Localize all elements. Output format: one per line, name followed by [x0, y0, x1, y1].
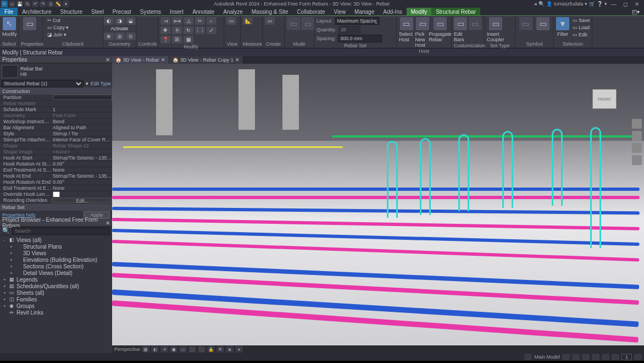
- measure-icon2[interactable]: 📐: [243, 17, 253, 25]
- qat-dropdown-icon[interactable]: ▾: [63, 1, 69, 7]
- expand-icon[interactable]: +: [3, 284, 8, 289]
- tree-item[interactable]: +Sections (Cross Section): [0, 263, 112, 270]
- filter-button[interactable]: ▼Filter: [556, 17, 569, 37]
- prop-row[interactable]: Partition: [0, 95, 112, 101]
- menu-tab-annotate[interactable]: Annotate: [188, 8, 219, 15]
- trim-icon[interactable]: ⌐: [207, 17, 216, 25]
- vc-more-icon[interactable]: ▾: [235, 346, 243, 353]
- menu-tab-structural-rebar[interactable]: Structural Rebar: [431, 8, 480, 15]
- filter-status-icon[interactable]: [634, 354, 642, 360]
- nav-orbit-icon[interactable]: [632, 155, 642, 165]
- selection-count[interactable]: 1: [621, 354, 632, 360]
- join-geo-icon[interactable]: ◒: [126, 17, 136, 25]
- array-icon[interactable]: ⋮⋮: [195, 26, 205, 34]
- visual-style-icon[interactable]: ◐: [151, 346, 159, 353]
- crop-icon[interactable]: ⬚: [188, 346, 196, 353]
- expand-icon[interactable]: +: [10, 264, 14, 269]
- select-pinned-icon[interactable]: [592, 354, 599, 360]
- maximize-button[interactable]: ◻: [620, 1, 630, 7]
- menu-tab-analyze[interactable]: Analyze: [219, 8, 247, 15]
- layout-input[interactable]: [335, 17, 379, 25]
- delete-icon[interactable]: ☒: [172, 36, 182, 43]
- drag-icon[interactable]: [612, 354, 619, 360]
- worksets-icon[interactable]: [524, 354, 532, 360]
- revit-icon[interactable]: R: [1, 1, 8, 7]
- copy-button[interactable]: ▭ Copy ▾: [45, 24, 71, 31]
- cope-icon[interactable]: ◐: [104, 17, 114, 25]
- menu-tab-systems[interactable]: Systems: [136, 8, 165, 15]
- menu-tab-add-ins[interactable]: Add-Ins: [379, 8, 406, 15]
- expand-icon[interactable]: -: [3, 238, 8, 243]
- reveal-icon[interactable]: ◈: [226, 346, 234, 353]
- open-icon[interactable]: ▭: [9, 1, 15, 7]
- detail-level-icon[interactable]: ▦: [142, 346, 149, 353]
- split-icon[interactable]: ✂: [195, 17, 205, 25]
- group-icon[interactable]: ▦: [184, 36, 193, 43]
- prop-row[interactable]: StyleStirrup / Tie: [0, 131, 112, 137]
- spacing-input[interactable]: [338, 35, 382, 42]
- move-icon[interactable]: ✥: [160, 26, 170, 34]
- save-sel[interactable]: ▭ Save: [570, 17, 592, 24]
- align-icon[interactable]: ⫤: [160, 17, 170, 25]
- prop-row[interactable]: GeometryFree Form: [0, 113, 112, 119]
- browser-close-icon[interactable]: ✕: [106, 220, 110, 226]
- viewport-3d[interactable]: FRONT: [112, 64, 644, 345]
- user-icon[interactable]: 👤: [546, 1, 552, 7]
- view-tab[interactable]: 🏠3D View - Rebar✕: [112, 56, 169, 64]
- expand-icon[interactable]: +: [3, 304, 8, 309]
- properties-button[interactable]: ▭: [21, 17, 38, 30]
- nav-pan-icon[interactable]: [632, 131, 642, 141]
- ribbon-help-icon[interactable]: ◰▾: [632, 9, 644, 15]
- prop-row[interactable]: Bar AlignmentAligned to Path: [0, 125, 112, 131]
- sync-icon[interactable]: ↻: [24, 1, 31, 7]
- tree-item[interactable]: +Structural Plans: [0, 243, 112, 250]
- print-icon[interactable]: ⎙: [47, 1, 54, 7]
- main-model-label[interactable]: Main Model: [534, 354, 560, 360]
- prop-row[interactable]: Schedule Mark1: [0, 107, 112, 113]
- geo2-icon[interactable]: ◎: [115, 32, 125, 40]
- category-construction[interactable]: Construction: [0, 87, 112, 95]
- redo-icon[interactable]: ↷: [40, 1, 46, 7]
- scale-icon[interactable]: ⤢: [207, 26, 216, 34]
- shadows-icon[interactable]: ◼: [170, 346, 177, 353]
- view-cube[interactable]: FRONT: [592, 89, 617, 109]
- activate-button[interactable]: Activate: [110, 26, 128, 31]
- expand-icon[interactable]: +: [3, 277, 8, 282]
- type-selector[interactable]: Rebar BarH8: [0, 63, 112, 80]
- prop-row[interactable]: Hook Rotation At Start0.00°: [0, 161, 112, 167]
- close-button[interactable]: ✕: [632, 1, 642, 7]
- prop-row[interactable]: Hook At StartStirrup/Tie Seismic - 135 d…: [0, 155, 112, 161]
- search-icon[interactable]: ◂ 🔍: [534, 1, 545, 7]
- select-host[interactable]: ▭Select Host: [399, 17, 414, 42]
- undo-icon[interactable]: ↶: [32, 1, 38, 7]
- instance-filter[interactable]: Structural Rebar (1): [1, 80, 84, 87]
- geo3-icon[interactable]: ⊙: [126, 32, 136, 40]
- prop-row[interactable]: ShapeRebar Shape 12: [0, 143, 112, 149]
- modify-tool[interactable]: ↖Modify: [2, 17, 17, 37]
- view-tab[interactable]: 🏠3D View - Rebar Copy 1✕: [169, 56, 243, 64]
- browser-search-input[interactable]: [12, 227, 110, 234]
- cart-icon[interactable]: 🛒: [589, 1, 595, 7]
- create-icon[interactable]: ▭: [265, 17, 275, 25]
- cut-geo-icon[interactable]: ◑: [115, 17, 125, 25]
- tree-item[interactable]: +▭Sheets (all): [0, 289, 112, 296]
- properties-close-icon[interactable]: ✕: [106, 57, 110, 63]
- view-scale[interactable]: Perspective: [114, 346, 140, 352]
- prop-row[interactable]: Hook At EndStirrup/Tie Seismic - 135 d..…: [0, 173, 112, 179]
- prop-row[interactable]: Shape Image<None>: [0, 149, 112, 155]
- expand-icon[interactable]: +: [10, 251, 14, 256]
- menu-tab-structure[interactable]: Structure: [55, 8, 87, 15]
- menu-tab-precast[interactable]: Precast: [108, 8, 136, 15]
- crop-region-icon[interactable]: ⬛: [198, 346, 206, 353]
- tree-item[interactable]: +◫Families: [0, 296, 112, 302]
- menu-tab-steel[interactable]: Steel: [87, 8, 108, 15]
- file-menu[interactable]: File: [0, 8, 18, 15]
- edit-type-button[interactable]: Edit Type: [91, 81, 111, 86]
- prop-row[interactable]: Rebar Number: [0, 101, 112, 107]
- geo1-icon[interactable]: ⊕: [104, 32, 114, 40]
- expand-icon[interactable]: +: [3, 297, 8, 302]
- expand-icon[interactable]: +: [10, 271, 14, 276]
- tree-item[interactable]: +3D Views: [0, 250, 112, 256]
- prop-row[interactable]: End Treatment At EndNone: [0, 185, 112, 191]
- menu-tab-massing-site[interactable]: Massing & Site: [247, 8, 293, 15]
